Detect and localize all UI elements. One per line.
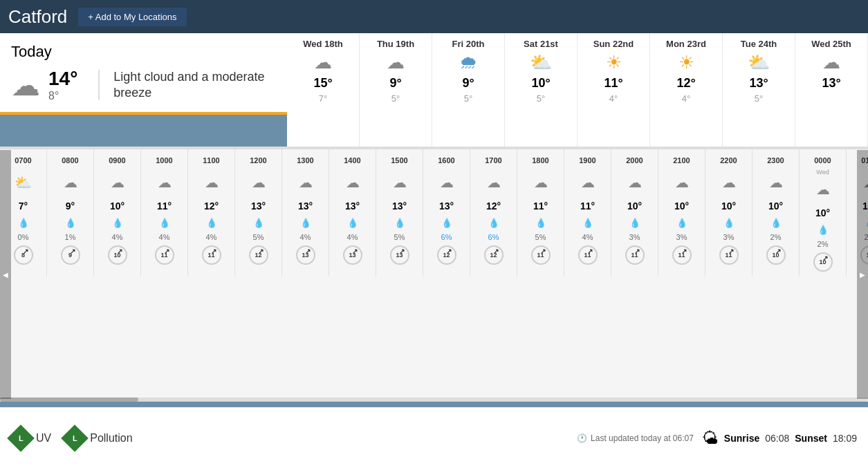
wind-arrow-icon: ↗ — [352, 247, 358, 255]
hour-icon: ☁ — [801, 176, 844, 203]
forecast-day[interactable]: Fri 20th 🌧 9° 5° — [432, 33, 505, 149]
forecast-icon: ☁ — [314, 52, 332, 73]
hour-label: 1400 — [331, 152, 374, 169]
forecast-icon: ☀ — [678, 52, 694, 73]
forecast-day-label: Sun 22nd — [593, 39, 634, 49]
hour-precip-icon: 💧 — [95, 216, 139, 231]
wind-arrow-icon: ↗ — [164, 247, 169, 255]
wind-circle: 13 ↗ — [343, 245, 362, 265]
add-location-button[interactable]: + Add to My Locations — [78, 8, 186, 26]
wind-circle: 9 ↗ — [61, 245, 80, 265]
forecast-temp-high: 12° — [676, 76, 695, 91]
scroll-right-button[interactable]: ▶ — [857, 150, 868, 399]
forecast-day[interactable]: Thu 19th ☁ 9° 5° — [360, 33, 432, 149]
scroll-bar-bottom[interactable] — [0, 397, 868, 402]
hour-icon: ☁ — [378, 169, 421, 196]
sunrise-time: 06:08 — [765, 433, 789, 444]
scroll-thumb[interactable] — [0, 397, 138, 402]
wind-circle: 11 ↗ — [531, 245, 551, 265]
hour-precip-icon: 💧 — [284, 216, 327, 231]
last-updated-text: Last updated today at 06:07 — [591, 433, 694, 443]
hour-precip-icon: 💧 — [707, 216, 750, 231]
hour-wind: 10 ↗ — [801, 250, 844, 274]
forecast-day-label: Wed 18th — [303, 39, 343, 49]
hour-column: 2100 ☁ 10° 💧 3% 11 ↗ — [658, 149, 705, 277]
wind-arrow-icon: ↗ — [681, 247, 687, 255]
wind-arrow-icon: ↗ — [493, 247, 499, 255]
forecast-day[interactable]: Tue 24th ⛅ 13° 5° — [723, 33, 795, 149]
hour-precip-pct: 3% — [660, 231, 703, 243]
forecast-temp-low: 5° — [391, 93, 400, 104]
wind-circle: 11 ↗ — [578, 245, 598, 265]
hour-label: 1600 — [425, 152, 468, 169]
scroll-left-button[interactable]: ◀ — [0, 150, 11, 399]
sunrise-info: 🌤 Sunrise 06:08 Sunset 18:09 — [702, 429, 857, 448]
forecast-day[interactable]: Sun 22nd ☀ 11° 4° — [578, 33, 650, 149]
hour-temp: 11° — [142, 196, 186, 216]
forecast-temp-high: 15° — [313, 76, 332, 91]
hourly-section[interactable]: 0700 ⛅ 7° 💧 0% 8 ↗ 0800 ☁ 9° 💧 1% 9 ↗ 09… — [0, 149, 868, 402]
hour-precip-pct: 4% — [566, 231, 609, 243]
forecast-temp-low: 4° — [682, 93, 690, 104]
hour-precip-icon: 💧 — [613, 216, 656, 231]
hour-precip-icon: 💧 — [472, 216, 515, 231]
hour-label: 1900 — [566, 152, 609, 169]
hour-temp: 12° — [190, 196, 233, 216]
hour-column: 0000 Wed ☁ 10° 💧 2% 10 ↗ — [800, 149, 847, 277]
wind-circle: 10 ↗ — [108, 245, 127, 265]
sunrise-label: Sunrise — [724, 433, 759, 444]
hour-precip-icon: 💧 — [142, 216, 186, 231]
forecast-temp-low: 5° — [464, 93, 472, 104]
hour-label: 0800 — [48, 152, 92, 169]
hour-precip-icon: 💧 — [660, 216, 703, 231]
hour-icon: ☁ — [425, 169, 468, 196]
hour-precip-pct: 2% — [754, 231, 797, 243]
wind-arrow-icon: ↗ — [540, 247, 546, 255]
hour-icon: ☁ — [754, 169, 797, 196]
hour-column: 1900 ☁ 11° 💧 4% 11 ↗ — [564, 149, 611, 277]
hour-temp: 13° — [237, 196, 280, 216]
hour-temp: 13° — [378, 196, 421, 216]
wind-circle: 12 ↗ — [484, 245, 504, 265]
hour-precip-icon: 💧 — [425, 216, 468, 231]
hour-precip-pct: 2% — [801, 238, 844, 250]
hour-temp: 10° — [660, 196, 703, 216]
clock-icon: 🕐 — [577, 433, 587, 443]
hour-wind: 12 ↗ — [425, 243, 468, 267]
hour-temp: 11° — [519, 196, 562, 216]
hour-wind: 11 ↗ — [566, 243, 609, 267]
today-body: ☁ 14° 8° Light cloud and a moderate bree… — [11, 68, 276, 102]
hour-column: 1800 ☁ 11° 💧 5% 11 ↗ — [517, 149, 564, 277]
last-updated: 🕐 Last updated today at 06:07 — [577, 433, 694, 443]
footer: L UV L Pollution 🕐 Last updated today at… — [0, 407, 868, 468]
forecast-day[interactable]: Mon 23rd ☀ 12° 4° — [650, 33, 723, 149]
forecast-day-label: Mon 23rd — [666, 39, 706, 49]
hour-precip-pct: 5% — [237, 231, 280, 243]
uv-diamond: L — [7, 424, 35, 452]
forecast-day-label: Tue 24th — [741, 39, 777, 49]
forecast-day-label: Wed 25th — [811, 39, 851, 49]
today-temperatures: 14° 8° — [48, 68, 77, 102]
forecast-day[interactable]: Sat 21st ⛅ 10° 5° — [505, 33, 578, 149]
hour-icon: ☁ — [284, 169, 327, 196]
wind-circle: 12 ↗ — [437, 245, 456, 265]
hour-label: 1300 — [284, 152, 327, 169]
hour-icon: ☁ — [142, 169, 186, 196]
sunrise-icon: 🌤 — [702, 429, 719, 448]
hour-wind: 10 ↗ — [754, 243, 797, 267]
hour-precip-pct: 6% — [425, 231, 468, 243]
forecast-day[interactable]: Wed 18th ☁ 15° 7° — [287, 33, 360, 149]
hour-precip-icon: 💧 — [378, 216, 421, 231]
forecast-temp-high: 11° — [604, 76, 622, 91]
hour-column: 1600 ☁ 13° 💧 6% 12 ↗ — [423, 149, 470, 277]
hour-column: 0900 ☁ 10° 💧 4% 10 ↗ — [94, 149, 141, 277]
hour-precip-icon: 💧 — [190, 216, 233, 231]
hour-precip-pct: 6% — [472, 231, 515, 243]
forecast-day[interactable]: Wed 25th ☁ 13° — [795, 33, 868, 149]
forecast-icon: 🌧 — [459, 52, 477, 73]
hour-column: 1300 ☁ 13° 💧 4% 13 ↗ — [282, 149, 329, 277]
forecast-temp-high: 13° — [749, 76, 768, 91]
hour-label: 2100 — [660, 152, 703, 169]
forecast-temp-high: 13° — [822, 76, 840, 91]
wind-arrow-icon: ↗ — [822, 254, 828, 262]
